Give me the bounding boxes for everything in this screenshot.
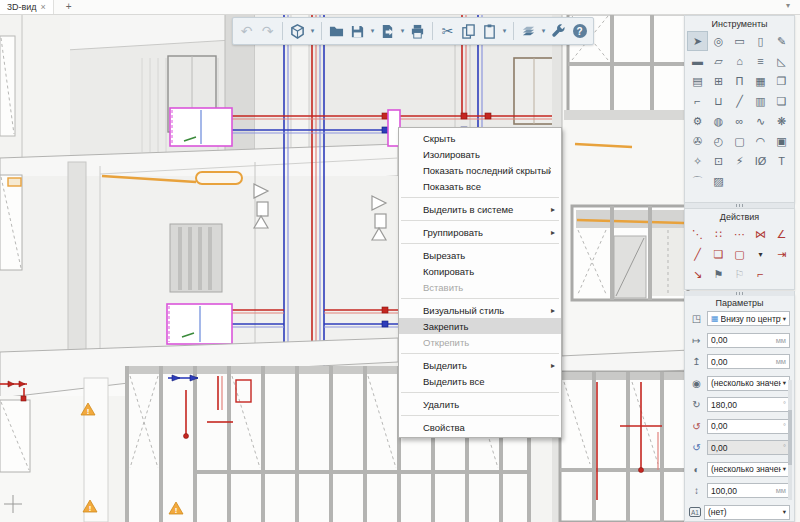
tool-beam-icon[interactable]: ✎ bbox=[771, 31, 792, 51]
menu-item[interactable] bbox=[401, 353, 559, 354]
tool-layers-icon[interactable]: ▣ bbox=[771, 131, 792, 151]
panel-grip[interactable] bbox=[684, 291, 795, 296]
action-fill-icon[interactable]: ❏ bbox=[708, 244, 729, 264]
menu-item[interactable] bbox=[401, 298, 559, 299]
menu-item[interactable] bbox=[401, 197, 559, 198]
copy-button[interactable] bbox=[458, 21, 479, 42]
action-more-icon[interactable]: ▾ bbox=[750, 244, 771, 264]
menu-item[interactable]: Открепить bbox=[399, 334, 561, 350]
tool-opening-icon[interactable]: ▦ bbox=[750, 71, 771, 91]
tool-pump-icon[interactable]: ◍ bbox=[708, 111, 729, 131]
action-transform-icon[interactable]: ▢ bbox=[729, 244, 750, 264]
paste-dropdown-caret[interactable]: ▾ bbox=[500, 27, 509, 35]
paste-button[interactable] bbox=[479, 21, 500, 42]
tool-select-icon[interactable]: ➤ bbox=[687, 31, 708, 51]
settings-button[interactable] bbox=[548, 21, 569, 42]
rotation-input[interactable]: 180,00 ° bbox=[707, 397, 790, 412]
tool-pipe-accessory-icon[interactable]: ∞ bbox=[729, 111, 750, 131]
tool-window-icon[interactable]: ⊞ bbox=[708, 71, 729, 91]
tool-duct-fitting-icon[interactable]: ◠ bbox=[750, 131, 771, 151]
redo-button[interactable]: ↷ bbox=[257, 21, 278, 42]
system-select[interactable]: (несколько значений) ▾ bbox=[707, 462, 790, 477]
action-move-node-icon[interactable]: ↘ bbox=[687, 264, 708, 284]
open-button[interactable] bbox=[326, 21, 347, 42]
visual-style-dropdown-caret[interactable]: ▾ bbox=[539, 27, 548, 35]
tool-shaft-icon[interactable]: ▥ bbox=[750, 91, 771, 111]
tool-pipe-icon[interactable]: ∿ bbox=[750, 111, 771, 131]
tool-designation-icon[interactable]: IØ bbox=[750, 151, 771, 171]
new-tab-button[interactable]: + bbox=[62, 2, 76, 12]
menu-item[interactable]: Показать все bbox=[399, 178, 561, 194]
undo-button[interactable]: ↶ bbox=[236, 21, 257, 42]
tool-assembly-icon[interactable]: ❐ bbox=[771, 71, 792, 91]
menu-item[interactable]: Выделить в системе ▸ bbox=[399, 201, 561, 217]
level-offset-input[interactable]: 100,00 мм bbox=[707, 483, 790, 498]
slope-x-input[interactable]: 0,00 ° bbox=[707, 419, 790, 434]
tool-stairs-icon[interactable]: ≡ bbox=[750, 51, 771, 71]
action-corner-icon[interactable]: ⌐ bbox=[750, 264, 771, 284]
action-angle-icon[interactable]: ∠ bbox=[771, 224, 792, 244]
action-trim-icon[interactable]: ⇥ bbox=[771, 244, 792, 264]
menu-item[interactable]: Выделить ▸ bbox=[399, 357, 561, 373]
menu-item[interactable]: Копировать bbox=[399, 263, 561, 279]
tool-light-icon[interactable]: ✧ bbox=[687, 151, 708, 171]
tool-air-terminal-icon[interactable]: ❋ bbox=[771, 111, 792, 131]
tool-ramp-icon[interactable]: ◺ bbox=[771, 51, 792, 71]
tool-line-icon[interactable]: ╱ bbox=[729, 91, 750, 111]
tool-electric-panel-icon[interactable]: ⊡ bbox=[708, 151, 729, 171]
tool-duct-icon[interactable]: ▢ bbox=[729, 131, 750, 151]
visual-style-button[interactable] bbox=[518, 21, 539, 42]
menu-item[interactable]: Вырезать bbox=[399, 247, 561, 263]
action-pin-icon[interactable]: ⚑ bbox=[708, 264, 729, 284]
action-array-icon[interactable]: ∷ bbox=[708, 224, 729, 244]
menu-item[interactable]: Выделить все bbox=[399, 373, 561, 389]
export-dropdown-caret[interactable]: ▾ bbox=[398, 27, 407, 35]
tool-wiring-icon[interactable]: ⚡ bbox=[729, 151, 750, 171]
menu-item[interactable] bbox=[401, 415, 559, 416]
tool-ceiling-icon[interactable]: ▱ bbox=[708, 51, 729, 71]
offset-x-input[interactable]: 0,00 мм bbox=[707, 333, 790, 348]
menu-item[interactable] bbox=[401, 243, 559, 244]
tool-text-icon[interactable]: T bbox=[771, 151, 792, 171]
menu-item[interactable]: Скрыть bbox=[399, 130, 561, 146]
view-3d-button[interactable] bbox=[287, 21, 308, 42]
print-button[interactable] bbox=[407, 21, 428, 42]
collapse-chevron-icon[interactable]: ▾ bbox=[786, 1, 790, 10]
tool-door-icon[interactable]: ▤ bbox=[687, 71, 708, 91]
menu-item[interactable] bbox=[401, 220, 559, 221]
offset-y-input[interactable]: 0,00 мм bbox=[707, 354, 790, 369]
tool-drawing-icon[interactable]: ❏ bbox=[771, 91, 792, 111]
tool-roof-icon[interactable]: ⌂ bbox=[729, 51, 750, 71]
menu-item[interactable]: Визуальный стиль ▸ bbox=[399, 302, 561, 318]
tool-column-icon[interactable]: ▯ bbox=[750, 31, 771, 51]
action-move-points-icon[interactable]: ⋱ bbox=[687, 224, 708, 244]
tool-plumbing-fixture-icon[interactable]: ⊔ bbox=[708, 91, 729, 111]
tool-floor-icon[interactable]: ▬ bbox=[687, 51, 708, 71]
tool-route-icon[interactable]: ⌒ bbox=[687, 171, 708, 191]
scrollbar-thumb[interactable] bbox=[788, 410, 792, 465]
tool-measure-icon[interactable]: ◎ bbox=[708, 31, 729, 51]
cut-button[interactable]: ✂ bbox=[437, 21, 458, 42]
tool-railing-icon[interactable]: Π bbox=[729, 71, 750, 91]
tool-pipe-elbow-icon[interactable]: ⌐ bbox=[687, 91, 708, 111]
menu-item[interactable]: Показать последний скрытый bbox=[399, 162, 561, 178]
tool-fan-icon[interactable]: ✇ bbox=[687, 131, 708, 151]
action-unpin-icon[interactable]: ⚐ bbox=[729, 264, 750, 284]
export-button[interactable] bbox=[377, 21, 398, 42]
tool-equipment-icon[interactable]: ⚙ bbox=[687, 111, 708, 131]
tool-hatch-icon[interactable]: ▨ bbox=[708, 171, 729, 191]
menu-item[interactable]: Удалить bbox=[399, 396, 561, 412]
menu-item[interactable]: Группировать ▸ bbox=[399, 224, 561, 240]
view-3d-dropdown-caret[interactable]: ▾ bbox=[308, 27, 317, 35]
menu-item[interactable]: Свойства bbox=[399, 419, 561, 435]
menu-item[interactable] bbox=[401, 392, 559, 393]
action-divide-icon[interactable]: ⋯ bbox=[729, 224, 750, 244]
menu-item[interactable]: Закрепить bbox=[399, 318, 561, 334]
help-button[interactable]: ? bbox=[569, 21, 590, 42]
mark-select[interactable]: (нет) ▾ bbox=[704, 505, 790, 520]
panel-grip[interactable] bbox=[684, 203, 795, 208]
style-select[interactable]: (несколько значений) ▾ bbox=[707, 376, 790, 391]
tab-3d-view[interactable]: 3D-вид × bbox=[0, 0, 54, 14]
tab-close-icon[interactable]: × bbox=[41, 3, 46, 12]
parameters-scrollbar[interactable] bbox=[788, 380, 792, 500]
